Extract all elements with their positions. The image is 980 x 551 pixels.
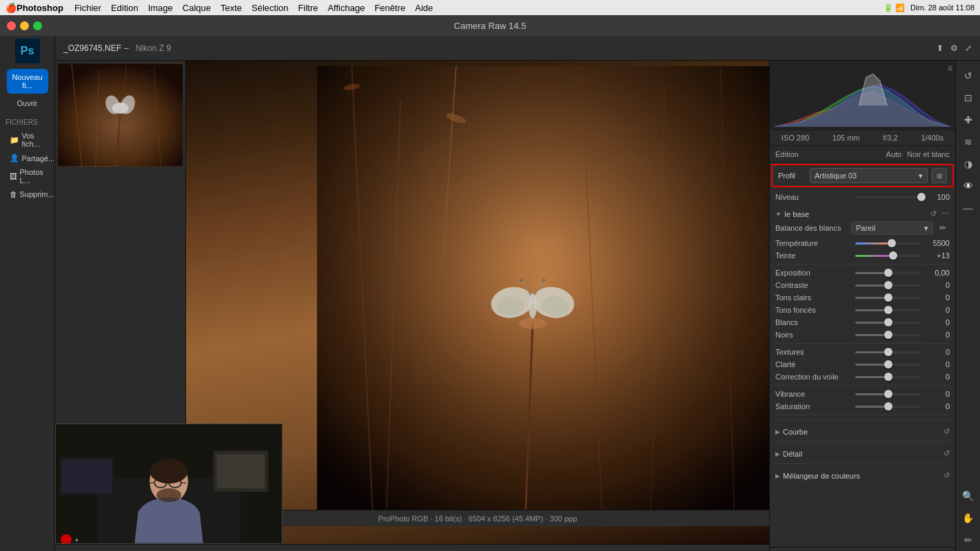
menu-aide[interactable]: Aide — [415, 3, 433, 13]
section-base-header[interactable]: ▼ Ie base ↺ ⋯ — [775, 205, 950, 221]
melangeur-reset-icon[interactable]: ↺ — [943, 471, 950, 480]
profile-select[interactable]: Artistique 03 ▾ — [810, 168, 928, 183]
supprimer-item[interactable]: 🗑 Supprim... — [7, 187, 48, 201]
contraste-slider[interactable] — [855, 284, 921, 287]
chevron-right-detail-icon: ▶ — [775, 450, 780, 457]
cr-icon-bar: ↺ ⊡ ✚ ≋ ◑ 👁 — 🔍 ✋ ✏ ⊞ — [955, 61, 980, 551]
menu-bar: 🍎 Photoshop Fichier Edition Image Calque… — [0, 0, 980, 15]
menu-selection[interactable]: Sélection — [252, 3, 288, 13]
noir-blanc-button[interactable]: Noir et blanc — [907, 150, 950, 158]
detail-header[interactable]: ▶ Détail ↺ — [775, 445, 950, 461]
cr-camera: Nikon Z 9 — [136, 43, 171, 53]
blancs-slider[interactable] — [855, 322, 921, 324]
crop-icon[interactable]: ⊡ — [959, 88, 978, 107]
svg-rect-41 — [217, 454, 265, 488]
vos-fichiers-item[interactable]: 📁 Vos fich... — [7, 129, 48, 151]
exposition-label: Exposition — [775, 269, 851, 277]
eye-icon[interactable]: 👁 — [959, 176, 978, 196]
mask-icon[interactable]: ◑ — [959, 154, 978, 174]
history-icon[interactable]: ↺ — [959, 66, 978, 85]
saturation-value: 0 — [926, 402, 950, 410]
apple-menu[interactable]: 🍎 — [6, 3, 17, 13]
thumbnail-item[interactable] — [58, 63, 183, 167]
saturation-slider[interactable] — [855, 406, 921, 408]
hand-icon[interactable]: ✋ — [959, 508, 978, 528]
menu-filtre[interactable]: Filtre — [298, 3, 318, 13]
contraste-value: 0 — [926, 281, 950, 289]
teinte-row: Teinte +13 — [775, 251, 950, 260]
teinte-label: Teinte — [775, 251, 851, 260]
menu-calque[interactable]: Calque — [183, 3, 211, 13]
settings-action-icon[interactable]: ⚙ — [950, 43, 958, 53]
tons-clairs-label: Tons clairs — [775, 293, 851, 302]
maximize-button[interactable] — [33, 21, 42, 30]
balance-value: Pareil — [856, 224, 875, 232]
partage-item[interactable]: 👤 Partagé... — [7, 151, 48, 165]
balance-select[interactable]: Pareil ▾ — [851, 221, 933, 235]
exif-bar: ISO 280 105 mm f/3,2 1/400s — [770, 129, 955, 146]
svg-point-28 — [520, 279, 523, 282]
melangeur-header[interactable]: ▶ Mélangeur de couleurs ↺ — [775, 467, 950, 483]
minimize-button[interactable] — [20, 21, 29, 30]
heal-icon[interactable]: ✚ — [959, 110, 978, 129]
exposition-row: Exposition 0,00 — [775, 269, 950, 277]
courbe-header[interactable]: ▶ Courbe ↺ — [775, 423, 950, 439]
teinte-slider[interactable] — [855, 255, 921, 257]
balance-eyedropper-icon[interactable]: ✏ — [936, 221, 950, 235]
histogram-area: ≡ — [770, 61, 955, 129]
video-person: ● — [56, 424, 282, 543]
minus-icon[interactable]: — — [959, 198, 978, 218]
textures-row: Textures 0 — [775, 348, 950, 356]
detail-section: ▶ Détail ↺ — [775, 441, 950, 464]
noirs-slider[interactable] — [855, 334, 921, 336]
section-base-reset-icon[interactable]: ↺ — [930, 209, 937, 218]
close-button[interactable] — [7, 21, 16, 30]
section-base-menu-icon[interactable]: ⋯ — [942, 209, 950, 218]
cr-final-bar: Annuler Terminer Ouvrir ▾ — [770, 547, 955, 551]
niveau-label: Niveau — [775, 193, 851, 201]
menu-image[interactable]: Image — [148, 3, 173, 13]
courbe-section: ▶ Courbe ↺ — [775, 419, 950, 441]
menu-fichier[interactable]: Fichier — [74, 3, 101, 13]
teinte-value: +13 — [926, 251, 950, 260]
menu-texte[interactable]: Texte — [221, 3, 242, 13]
auto-button[interactable]: Auto — [886, 150, 902, 158]
tons-fonces-slider[interactable] — [855, 309, 921, 311]
textures-slider[interactable] — [855, 351, 921, 353]
histogram-menu-icon[interactable]: ≡ — [948, 63, 952, 73]
share-action-icon[interactable]: ⬆ — [937, 43, 943, 53]
menu-edition[interactable]: Edition — [111, 3, 139, 13]
window-title: Camera Raw 14.5 — [454, 21, 527, 31]
niveau-slider[interactable] — [855, 196, 921, 198]
menu-fenetre[interactable]: Fenêtre — [374, 3, 405, 13]
main-sliders: Exposition 0,00 Contraste — [775, 269, 950, 339]
courbe-reset-icon[interactable]: ↺ — [943, 427, 950, 436]
vibrance-slider[interactable] — [855, 393, 921, 395]
exposition-slider[interactable] — [855, 272, 921, 274]
photos-item[interactable]: 🖼 Photos L... — [7, 165, 48, 187]
color-sample-icon[interactable]: ✏ — [959, 530, 978, 550]
nouveau-fichier-button[interactable]: Nouveau fi... — [7, 69, 48, 94]
cr-right-panel: ≡ ISO 280 105 mm f/3,2 1/400s Edition Au… — [769, 61, 955, 551]
clock: Dim. 28 août 11:08 — [910, 3, 974, 12]
vibrance-row: Vibrance 0 — [775, 390, 950, 398]
correction-voile-slider[interactable] — [855, 376, 921, 378]
tons-clairs-slider[interactable] — [855, 297, 921, 299]
window-controls — [7, 21, 42, 30]
zoom-in-icon[interactable]: 🔍 — [959, 486, 978, 506]
menu-affichage[interactable]: Affichage — [327, 3, 365, 13]
chevron-right-courbe-icon: ▶ — [775, 428, 780, 435]
fichiers-section-label: FICHIERS — [0, 118, 38, 126]
filter2-icon[interactable]: ≋ — [959, 132, 978, 152]
expand-action-icon[interactable]: ⤢ — [965, 43, 972, 53]
textures-value: 0 — [926, 348, 950, 356]
correction-voile-value: 0 — [926, 373, 950, 381]
separator-4 — [775, 415, 950, 415]
clarte-slider[interactable] — [855, 364, 921, 366]
ouvrir-button[interactable]: Ouvrir — [7, 95, 48, 112]
profile-grid-button[interactable]: ⊞ — [932, 168, 947, 183]
detail-reset-icon[interactable]: ↺ — [943, 449, 950, 458]
temperature-slider[interactable] — [855, 242, 921, 245]
camera-raw: _OZ96745.NEF – Nikon Z 9 ⬆ ⚙ ⤢ — [55, 36, 980, 551]
svg-point-38 — [150, 459, 188, 484]
